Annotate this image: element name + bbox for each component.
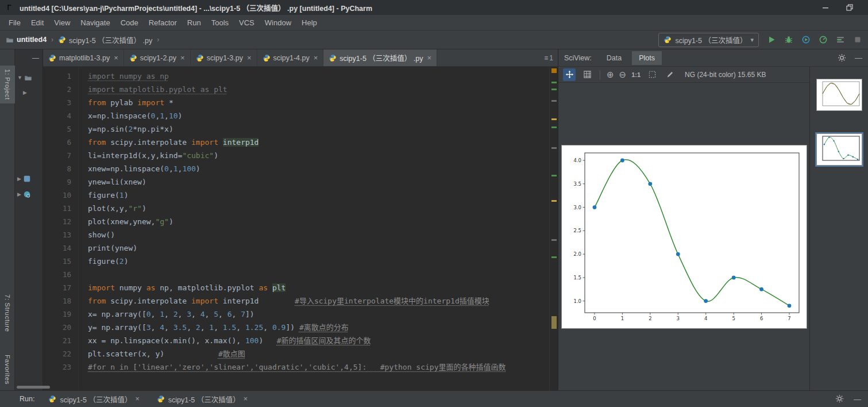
run-with-coverage-button[interactable] (801, 35, 811, 44)
tool-window-button-structure[interactable]: 7: Structure (0, 291, 15, 335)
project-tree-external-libraries[interactable]: ▶ (17, 175, 31, 183)
project-panel-scrollbar[interactable] (17, 386, 50, 389)
menu-refactor[interactable]: Refactor (144, 15, 182, 30)
run-tab-1[interactable]: scipy1-5 （三次插值） × (45, 391, 142, 407)
sciview-header: SciView: Data Plots — (558, 49, 868, 67)
settings-gear-icon[interactable] (838, 53, 847, 63)
close-tab-icon[interactable]: × (247, 53, 252, 62)
project-tree-item[interactable]: ▶ (23, 90, 27, 95)
breadcrumb-file[interactable]: scipy1-5 （三次插值） .py (58, 34, 152, 45)
edit-pencil-icon[interactable] (663, 68, 676, 81)
code-line: figure(1) (88, 189, 549, 202)
code-line: from scipy.interpolate import interp1d (88, 136, 549, 149)
stripe-marker (551, 118, 557, 120)
debug-button[interactable] (784, 35, 793, 44)
svg-text:1.5: 1.5 (573, 274, 581, 280)
error-stripe[interactable] (549, 67, 558, 390)
tool-window-button-project[interactable]: 1: Project (0, 66, 15, 103)
actual-size-button[interactable]: 1:1 (631, 71, 641, 78)
stripe-marker (551, 239, 557, 241)
tree-expanded-icon[interactable]: ▼ (17, 75, 22, 80)
close-tab-icon[interactable]: × (427, 53, 432, 62)
menu-tools[interactable]: Tools (206, 15, 234, 30)
menu-code[interactable]: Code (115, 15, 144, 30)
editor-tab-matplotlib1-3[interactable]: matplotlib1-3.py × (43, 49, 124, 66)
editor-tab-scipy1-5-active[interactable]: scipy1-5 （三次插值） .py × (323, 49, 437, 66)
close-run-tab-icon[interactable]: × (135, 395, 139, 403)
navigation-bar: untitled4 › scipy1-5 （三次插值） .py › scipy1… (0, 30, 868, 49)
project-panel: — ▼ ▶ ▶ ▶ (15, 49, 43, 390)
editor-tab-scipy1-4[interactable]: scipy1-4.py × (257, 49, 324, 66)
image-info-text: NG (24-bit color) 15.65 KB (685, 71, 766, 79)
code-line (88, 268, 549, 281)
hide-runbar-icon[interactable]: — (854, 395, 861, 404)
restore-window-icon[interactable] (845, 3, 854, 12)
close-run-tab-icon[interactable]: × (244, 395, 248, 403)
main-area: 1: Project 7: Structure Favorites — ▼ ▶ … (0, 49, 868, 390)
concurrency-diagram-button[interactable] (836, 35, 845, 44)
plot-thumbnail-figure2[interactable] (816, 133, 862, 166)
sciview-tab-plots[interactable]: Plots (632, 51, 662, 65)
hidden-tabs-button[interactable]: ≡ 1 (539, 49, 558, 66)
menu-edit[interactable]: Edit (26, 15, 49, 30)
code-line: x=np.linspace(0,1,10) (88, 109, 549, 122)
editor-column: matplotlib1-3.py × scipy1-2.py × scipy1-… (43, 49, 558, 390)
libraries-icon (23, 175, 31, 183)
menu-help[interactable]: Help (296, 15, 322, 30)
breadcrumb-separator: › (156, 36, 160, 44)
stripe-marker (551, 147, 557, 149)
project-tree-root[interactable]: ▼ (17, 74, 32, 82)
fit-zoom-icon[interactable] (646, 68, 658, 81)
profiler-button[interactable] (819, 35, 828, 44)
close-tab-icon[interactable]: × (180, 53, 185, 62)
menu-view[interactable]: View (49, 15, 75, 30)
python-file-icon (663, 36, 672, 44)
svg-text:3.5: 3.5 (573, 181, 581, 186)
scrollbar-thumb[interactable] (551, 316, 557, 329)
close-tab-icon[interactable]: × (314, 53, 318, 62)
code-line: show() (88, 228, 549, 241)
svg-text:4.0: 4.0 (573, 158, 581, 163)
code-line: from scipy.interpolate import interp1d #… (88, 294, 549, 308)
pan-tool-button[interactable] (563, 68, 576, 81)
sciview-title: SciView: (564, 54, 592, 62)
settings-gear-icon[interactable] (835, 394, 844, 404)
run-tab-2[interactable]: scipy1-5 （三次插值） × (153, 391, 251, 407)
hide-sciview-icon[interactable]: — (855, 53, 862, 62)
titlebar: untitled4 [C:\Users\yan-j\PycharmProject… (0, 0, 868, 15)
code-line: figure(2) (88, 255, 549, 268)
editor-tab-scipy1-2[interactable]: scipy1-2.py × (124, 49, 191, 66)
sciview-tab-data[interactable]: Data (600, 51, 628, 65)
code-line: import matplotlib.pyplot as plt (88, 83, 549, 96)
tool-window-label: Favorites (4, 355, 11, 385)
menu-window[interactable]: Window (260, 15, 296, 30)
menu-file[interactable]: File (3, 15, 26, 30)
code-area[interactable]: import numpy as npimport matplotlib.pypl… (79, 67, 549, 390)
editor-tab-scipy1-3[interactable]: scipy1-3.py × (191, 49, 257, 66)
breadcrumb-project[interactable]: untitled4 (6, 36, 47, 44)
code-editor[interactable]: 1234567891011121314151617181920212223 im… (43, 67, 558, 390)
stop-button (853, 35, 862, 44)
tree-collapsed-icon[interactable]: ▶ (23, 90, 27, 95)
tool-window-button-favorites[interactable]: Favorites (0, 351, 15, 388)
zoom-in-icon[interactable]: ⊕ (607, 70, 614, 79)
project-tree-scratches[interactable]: ▶ (17, 190, 31, 198)
run-button[interactable] (767, 35, 776, 44)
run-configuration-select[interactable]: scipy1-5 （三次插值） ▾ (658, 33, 759, 47)
minimize-window-icon[interactable] (821, 3, 830, 12)
menu-vcs[interactable]: VCS (234, 15, 260, 30)
run-label: Run: (20, 395, 34, 403)
folder-icon (24, 74, 32, 82)
tree-collapsed-icon[interactable]: ▶ (17, 191, 21, 197)
zoom-out-icon[interactable]: ⊖ (619, 70, 627, 79)
menu-run[interactable]: Run (182, 15, 206, 30)
stripe-marker (551, 256, 557, 258)
plot-thumbnail-figure1[interactable] (816, 79, 862, 111)
stripe-marker (551, 126, 557, 128)
hide-project-panel-icon[interactable]: — (32, 54, 39, 62)
tree-collapsed-icon[interactable]: ▶ (17, 176, 21, 182)
close-tab-icon[interactable]: × (114, 53, 118, 62)
grid-view-button[interactable] (581, 68, 593, 81)
menu-navigate[interactable]: Navigate (75, 15, 115, 30)
run-toolbar: Run: scipy1-5 （三次插值） × scipy1-5 （三次插值） ×… (0, 390, 868, 407)
